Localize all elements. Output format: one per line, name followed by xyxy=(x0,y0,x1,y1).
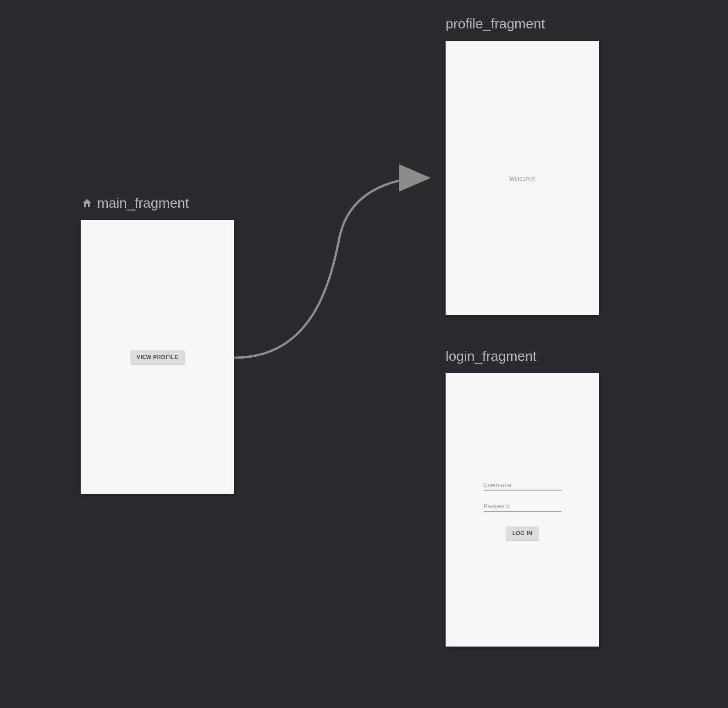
welcome-text: Welcome! xyxy=(509,175,536,182)
main-fragment-label-text: main_fragment xyxy=(97,195,189,211)
profile-fragment-label: profile_fragment xyxy=(446,16,545,32)
view-profile-button[interactable]: VIEW PROFILE xyxy=(130,350,185,364)
main-fragment-label: main_fragment xyxy=(81,195,189,211)
main-button-wrap: VIEW PROFILE xyxy=(130,350,185,364)
login-fragment-label: login_fragment xyxy=(446,348,536,364)
home-icon xyxy=(81,197,94,210)
username-input[interactable] xyxy=(484,480,562,491)
login-button[interactable]: LOG IN xyxy=(506,526,539,540)
password-input[interactable] xyxy=(484,501,562,512)
profile-fragment-label-text: profile_fragment xyxy=(446,16,545,32)
login-fragment-label-text: login_fragment xyxy=(446,348,536,364)
login-fragment-screen: LOG IN xyxy=(446,373,599,647)
main-fragment-screen: VIEW PROFILE xyxy=(81,220,234,494)
navigation-graph-canvas: main_fragment VIEW PROFILE profile_fragm… xyxy=(0,0,728,708)
profile-fragment-screen: Welcome! xyxy=(446,41,599,315)
login-form: LOG IN xyxy=(484,480,562,540)
